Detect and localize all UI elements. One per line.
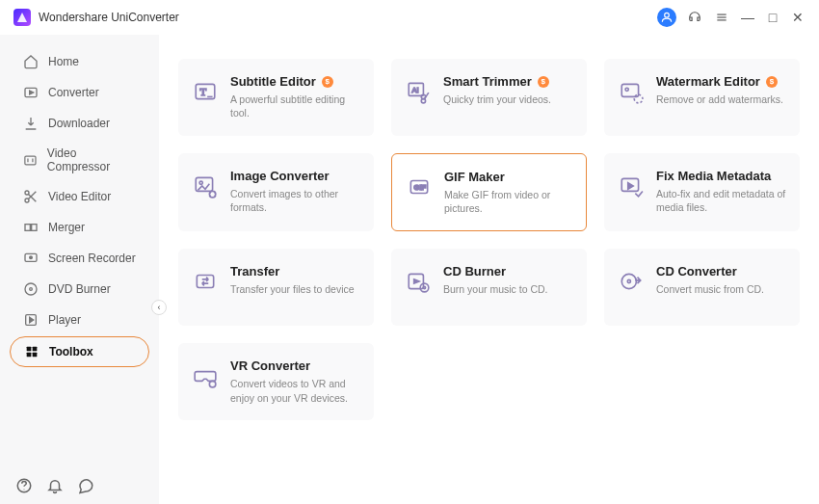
- image-convert-icon: [192, 172, 219, 199]
- tool-card-transfer[interactable]: Transfer Transfer your files to device: [178, 249, 374, 326]
- sidebar-item-label: DVD Burner: [48, 282, 111, 296]
- collapse-sidebar-button[interactable]: ‹: [151, 300, 167, 315]
- svg-rect-20: [33, 347, 38, 352]
- tool-desc: Convert music from CD.: [656, 282, 764, 296]
- menu-icon[interactable]: [713, 9, 730, 26]
- tool-title: Subtitle Editor: [230, 74, 316, 89]
- sidebar-item-editor[interactable]: Video Editor: [10, 182, 149, 211]
- trimmer-icon: AI: [405, 78, 432, 105]
- tool-card-cd-converter[interactable]: CD Converter Convert music from CD.: [604, 249, 800, 326]
- tool-title: GIF Maker: [444, 170, 505, 184]
- tool-card-subtitle-editor[interactable]: T Subtitle Editor $ A powerful subtitle …: [178, 59, 374, 136]
- svg-marker-43: [414, 279, 419, 283]
- svg-rect-6: [25, 156, 36, 165]
- metadata-icon: [618, 172, 645, 199]
- sidebar-item-merger[interactable]: Merger: [10, 213, 149, 242]
- svg-point-0: [665, 13, 670, 17]
- svg-rect-19: [27, 347, 32, 352]
- sidebar-item-compressor[interactable]: Video Compressor: [10, 140, 149, 180]
- support-icon[interactable]: [686, 9, 703, 26]
- tool-card-watermark-editor[interactable]: Watermark Editor $ Remove or add waterma…: [604, 59, 800, 136]
- tool-card-gif-maker[interactable]: GIF GIF Maker Make GIF from video or pic…: [391, 153, 587, 231]
- minimize-button[interactable]: —: [740, 10, 755, 25]
- svg-point-46: [621, 275, 636, 289]
- svg-point-8: [25, 199, 29, 202]
- svg-text:AI: AI: [412, 86, 419, 94]
- svg-point-16: [30, 288, 33, 291]
- svg-point-15: [25, 283, 37, 295]
- main-content: T Subtitle Editor $ A powerful subtitle …: [159, 35, 819, 504]
- maximize-button[interactable]: □: [765, 10, 780, 25]
- svg-point-45: [423, 287, 425, 289]
- vr-icon: [192, 362, 219, 389]
- sidebar-item-home[interactable]: Home: [10, 47, 149, 76]
- account-icon[interactable]: [657, 8, 676, 27]
- cd-burner-icon: [405, 268, 432, 295]
- help-icon[interactable]: [15, 477, 33, 494]
- cd-converter-icon: [618, 268, 645, 295]
- tool-desc: Convert images to other formats.: [230, 187, 360, 214]
- tool-desc: Burn your music to CD.: [443, 282, 548, 296]
- tool-card-fix-media-metadata[interactable]: Fix Media Metadata Auto-fix and edit met…: [604, 153, 800, 231]
- svg-text:GIF: GIF: [414, 183, 427, 192]
- sidebar-item-label: Home: [48, 55, 79, 68]
- svg-point-34: [625, 88, 628, 91]
- tool-desc: A powerful subtitle editing tool.: [230, 93, 360, 119]
- svg-marker-40: [628, 183, 633, 190]
- tool-card-cd-burner[interactable]: CD Burner Burn your music to CD.: [391, 249, 587, 326]
- toolbox-icon: [24, 344, 40, 359]
- svg-rect-11: [25, 225, 30, 231]
- sidebar-item-label: Converter: [48, 86, 99, 99]
- close-button[interactable]: ✕: [790, 10, 806, 25]
- tool-card-vr-converter[interactable]: VR Converter Convert videos to VR and en…: [178, 343, 374, 420]
- tool-card-smart-trimmer[interactable]: AI Smart Trimmer $ Quicky trim your vide…: [391, 59, 587, 136]
- sidebar-item-downloader[interactable]: Downloader: [10, 109, 149, 138]
- premium-badge: $: [538, 76, 549, 88]
- compressor-icon: [23, 152, 38, 168]
- tool-desc: Convert videos to VR and enjoy on your V…: [230, 377, 360, 404]
- svg-point-14: [30, 256, 33, 259]
- tool-desc: Auto-fix and edit metadata of media file…: [656, 187, 786, 214]
- sidebar-item-label: Player: [48, 313, 81, 327]
- sidebar-item-label: Video Compressor: [47, 146, 136, 173]
- subtitle-icon: T: [192, 78, 219, 105]
- svg-rect-22: [33, 353, 38, 358]
- feedback-icon[interactable]: [77, 477, 94, 494]
- tool-title: CD Converter: [656, 264, 737, 279]
- watermark-icon: [618, 78, 645, 105]
- titlebar: Wondershare UniConverter — □ ✕: [0, 0, 819, 35]
- svg-point-47: [627, 280, 630, 283]
- sidebar-item-toolbox[interactable]: Toolbox: [10, 336, 149, 367]
- sidebar-item-label: Toolbox: [49, 345, 93, 358]
- tool-desc: Quicky trim your videos.: [443, 93, 551, 106]
- gif-icon: GIF: [406, 173, 433, 200]
- sidebar-item-player[interactable]: Player: [10, 305, 149, 334]
- premium-badge: $: [766, 76, 778, 88]
- svg-point-44: [420, 284, 429, 293]
- svg-marker-5: [30, 91, 34, 94]
- sidebar-item-dvd[interactable]: DVD Burner: [10, 275, 149, 304]
- sidebar: Home Converter Downloader Video Compress…: [0, 35, 159, 504]
- tool-card-image-converter[interactable]: Image Converter Convert images to other …: [178, 153, 374, 231]
- sidebar-item-recorder[interactable]: Screen Recorder: [10, 244, 149, 273]
- tool-title: Image Converter: [230, 169, 330, 183]
- converter-icon: [23, 85, 39, 100]
- sidebar-item-label: Merger: [48, 221, 85, 234]
- tool-title: Watermark Editor: [656, 74, 760, 89]
- sidebar-item-label: Video Editor: [48, 190, 111, 203]
- download-icon: [23, 116, 39, 131]
- sidebar-item-converter[interactable]: Converter: [10, 78, 149, 107]
- tool-desc: Transfer your files to device: [230, 282, 355, 296]
- tool-title: VR Converter: [230, 358, 310, 373]
- svg-point-36: [199, 181, 202, 184]
- svg-point-7: [25, 191, 29, 195]
- sidebar-item-label: Screen Recorder: [48, 252, 136, 265]
- tool-title: CD Burner: [443, 264, 506, 279]
- svg-point-31: [421, 99, 425, 103]
- app-logo: [13, 9, 31, 26]
- svg-marker-18: [30, 317, 34, 322]
- bell-icon[interactable]: [46, 477, 64, 494]
- recorder-icon: [23, 251, 39, 266]
- svg-text:T: T: [200, 86, 207, 97]
- tool-title: Smart Trimmer: [443, 74, 532, 89]
